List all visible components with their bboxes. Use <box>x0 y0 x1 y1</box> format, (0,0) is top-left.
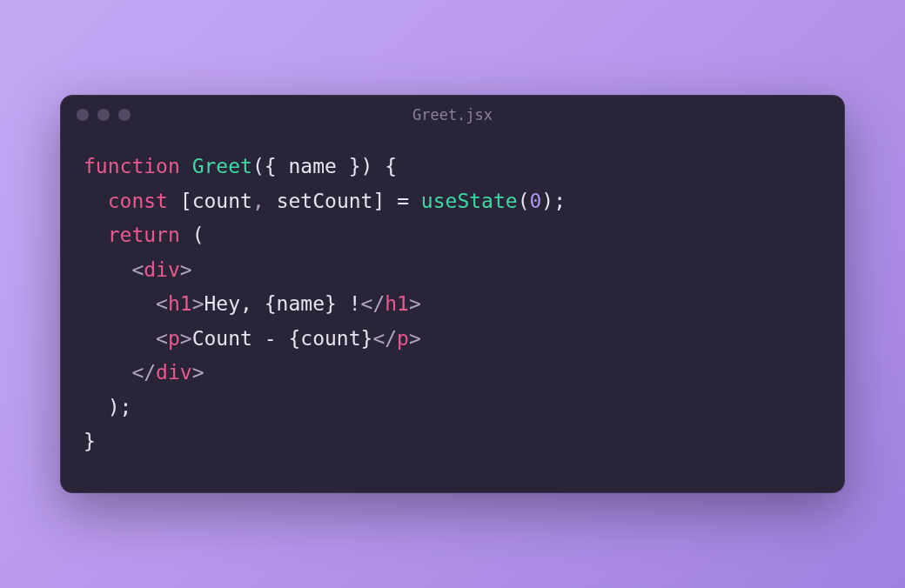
tag-close-bracket: > <box>180 258 192 281</box>
bracket-close: ] <box>372 190 385 212</box>
traffic-lights <box>77 109 131 121</box>
brace-close: } <box>84 430 96 452</box>
paren-close: ) <box>108 396 120 418</box>
indent <box>84 327 156 350</box>
tag-close-bracket: > <box>180 327 192 350</box>
paren-open: ( <box>252 155 265 177</box>
tag-open-bracket: </ <box>131 361 156 384</box>
jsx-tag-h1-close: h1 <box>385 292 409 315</box>
code-line: <h1>Hey, {name} !</h1> <box>84 292 421 315</box>
indent <box>84 361 131 384</box>
indent <box>84 396 108 418</box>
code-line: </div> <box>84 361 204 384</box>
window-title: Greet.jsx <box>61 106 844 124</box>
function-call: useState <box>421 190 518 212</box>
keyword-const: const <box>108 190 168 212</box>
jsx-text: ! <box>337 292 361 315</box>
equals: = <box>397 190 409 212</box>
code-line: const [count, setCount] = useState(0); <box>84 190 566 212</box>
space <box>385 190 397 212</box>
close-icon[interactable] <box>77 109 89 121</box>
code-line: <p>Count - {count}</p> <box>84 327 421 350</box>
space <box>180 224 192 246</box>
code-content: function Greet({ name }) { const [count,… <box>61 134 844 492</box>
indent <box>84 224 108 246</box>
code-line: <div> <box>84 258 192 281</box>
identifier: count <box>192 190 252 212</box>
paren-open: ( <box>192 224 204 246</box>
jsx-expression: {count} <box>288 327 372 350</box>
identifier: setCount <box>277 190 373 212</box>
tag-open-bracket: < <box>156 292 168 315</box>
semicolon: ; <box>553 190 566 212</box>
code-snippet-window: Greet.jsx function Greet({ name }) { con… <box>60 95 845 493</box>
jsx-text: Hey, <box>204 292 265 315</box>
keyword-return: return <box>108 224 180 246</box>
code-line: return ( <box>84 224 204 246</box>
tag-open-bracket: < <box>131 258 144 281</box>
code-line: } <box>84 430 96 452</box>
semicolon: ; <box>120 396 132 418</box>
jsx-expression: {name} <box>265 292 337 315</box>
tag-close-bracket: > <box>409 292 421 315</box>
call-close: ) <box>541 190 553 212</box>
indent <box>84 190 108 212</box>
maximize-icon[interactable] <box>118 109 131 121</box>
indent <box>84 258 131 281</box>
param-name: name <box>288 155 336 177</box>
call-open: ( <box>518 190 530 212</box>
jsx-tag-p-close: p <box>397 327 409 350</box>
jsx-tag-p: p <box>168 327 180 350</box>
tag-close-bracket: > <box>192 361 204 384</box>
jsx-tag-div-close: div <box>156 361 192 384</box>
tag-close-bracket: > <box>409 327 421 350</box>
destructure-open: { <box>265 155 289 177</box>
minimize-icon[interactable] <box>97 109 110 121</box>
number-literal: 0 <box>530 190 542 212</box>
code-line: ); <box>84 396 131 418</box>
space <box>409 190 421 212</box>
tag-open-bracket: </ <box>372 327 397 350</box>
window-titlebar: Greet.jsx <box>61 96 844 134</box>
keyword-function: function <box>84 155 180 177</box>
destructure-close: } <box>337 155 361 177</box>
jsx-tag-h1: h1 <box>168 292 192 315</box>
indent <box>84 292 156 315</box>
tag-open-bracket: < <box>156 327 168 350</box>
brace-open: { <box>372 155 397 177</box>
code-line: function Greet({ name }) { <box>84 155 397 177</box>
tag-open-bracket: </ <box>361 292 385 315</box>
jsx-tag-div: div <box>144 258 180 281</box>
function-name: Greet <box>192 155 252 177</box>
space <box>168 190 180 212</box>
bracket-open: [ <box>180 190 192 212</box>
comma: , <box>252 190 265 212</box>
jsx-text: Count - <box>192 327 289 350</box>
paren-close: ) <box>361 155 373 177</box>
tag-close-bracket: > <box>192 292 204 315</box>
space <box>265 190 277 212</box>
